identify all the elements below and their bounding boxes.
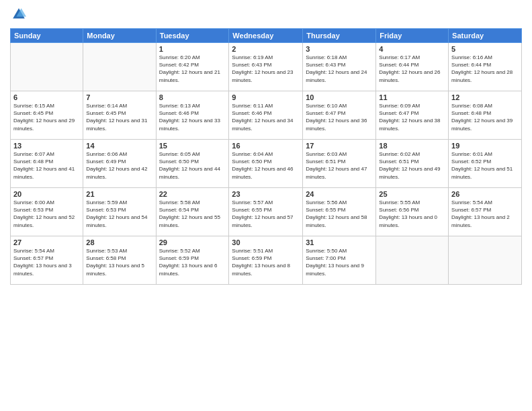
calendar-week-row: 1Sunrise: 6:20 AMSunset: 6:42 PMDaylight… — [11, 43, 522, 91]
calendar-cell: 18Sunrise: 6:02 AMSunset: 6:51 PMDayligh… — [376, 140, 449, 188]
calendar-cell: 15Sunrise: 6:05 AMSunset: 6:50 PMDayligh… — [156, 140, 229, 188]
weekday-header: Friday — [376, 29, 449, 43]
calendar-cell — [449, 236, 522, 285]
day-info: Sunrise: 6:05 AMSunset: 6:50 PMDaylight:… — [159, 150, 226, 181]
weekday-header: Saturday — [449, 29, 522, 43]
calendar-week-row: 27Sunrise: 5:54 AMSunset: 6:57 PMDayligh… — [11, 236, 522, 285]
calendar-cell: 24Sunrise: 5:56 AMSunset: 6:55 PMDayligh… — [303, 188, 376, 236]
calendar-cell: 31Sunrise: 5:50 AMSunset: 7:00 PMDayligh… — [303, 236, 376, 285]
day-info: Sunrise: 6:10 AMSunset: 6:47 PMDaylight:… — [306, 102, 373, 132]
day-number: 15 — [159, 142, 226, 150]
day-number: 14 — [86, 142, 152, 150]
logo — [10, 7, 26, 24]
day-info: Sunrise: 5:50 AMSunset: 7:00 PMDaylight:… — [306, 247, 373, 277]
day-info: Sunrise: 6:02 AMSunset: 6:51 PMDaylight:… — [379, 150, 445, 181]
weekday-header: Monday — [83, 29, 156, 43]
day-info: Sunrise: 6:03 AMSunset: 6:51 PMDaylight:… — [306, 150, 373, 181]
calendar-cell: 28Sunrise: 5:53 AMSunset: 6:58 PMDayligh… — [83, 236, 156, 285]
day-info: Sunrise: 5:52 AMSunset: 6:59 PMDaylight:… — [159, 247, 226, 277]
calendar-cell: 13Sunrise: 6:07 AMSunset: 6:48 PMDayligh… — [11, 140, 83, 188]
calendar-cell: 23Sunrise: 5:57 AMSunset: 6:55 PMDayligh… — [229, 188, 303, 236]
day-info: Sunrise: 6:01 AMSunset: 6:52 PMDaylight:… — [451, 150, 519, 181]
day-info: Sunrise: 6:19 AMSunset: 6:43 PMDaylight:… — [232, 54, 300, 84]
calendar-cell: 27Sunrise: 5:54 AMSunset: 6:57 PMDayligh… — [11, 236, 83, 285]
day-number: 7 — [86, 93, 152, 101]
day-number: 5 — [451, 45, 519, 53]
calendar-table: SundayMondayTuesdayWednesdayThursdayFrid… — [10, 28, 522, 285]
day-info: Sunrise: 6:17 AMSunset: 6:44 PMDaylight:… — [379, 54, 445, 84]
day-info: Sunrise: 6:11 AMSunset: 6:46 PMDaylight:… — [232, 102, 300, 132]
calendar-cell: 26Sunrise: 5:54 AMSunset: 6:57 PMDayligh… — [449, 188, 522, 236]
calendar-cell: 25Sunrise: 5:55 AMSunset: 6:56 PMDayligh… — [376, 188, 449, 236]
day-info: Sunrise: 6:06 AMSunset: 6:49 PMDaylight:… — [86, 150, 152, 181]
calendar-cell — [11, 43, 83, 91]
calendar-cell: 20Sunrise: 6:00 AMSunset: 6:53 PMDayligh… — [11, 188, 83, 236]
day-number: 17 — [306, 142, 373, 150]
weekday-header: Sunday — [11, 29, 83, 43]
day-info: Sunrise: 6:07 AMSunset: 6:48 PMDaylight:… — [13, 150, 80, 181]
day-number: 22 — [159, 190, 226, 198]
calendar-week-row: 20Sunrise: 6:00 AMSunset: 6:53 PMDayligh… — [11, 188, 522, 236]
day-info: Sunrise: 5:51 AMSunset: 6:59 PMDaylight:… — [232, 247, 300, 277]
weekday-header: Wednesday — [229, 29, 303, 43]
day-info: Sunrise: 6:04 AMSunset: 6:50 PMDaylight:… — [232, 150, 300, 181]
day-number: 11 — [379, 93, 445, 101]
calendar-cell: 1Sunrise: 6:20 AMSunset: 6:42 PMDaylight… — [156, 43, 229, 91]
day-number: 27 — [13, 238, 80, 246]
day-info: Sunrise: 6:15 AMSunset: 6:45 PMDaylight:… — [13, 102, 80, 132]
day-info: Sunrise: 5:56 AMSunset: 6:55 PMDaylight:… — [306, 199, 373, 229]
calendar-cell: 11Sunrise: 6:09 AMSunset: 6:47 PMDayligh… — [376, 91, 449, 140]
day-info: Sunrise: 5:53 AMSunset: 6:58 PMDaylight:… — [86, 247, 152, 277]
weekday-header-row: SundayMondayTuesdayWednesdayThursdayFrid… — [11, 29, 522, 43]
day-info: Sunrise: 6:09 AMSunset: 6:47 PMDaylight:… — [379, 102, 445, 132]
calendar-cell — [83, 43, 156, 91]
day-number: 2 — [232, 45, 300, 53]
day-number: 8 — [159, 93, 226, 101]
day-info: Sunrise: 6:18 AMSunset: 6:43 PMDaylight:… — [306, 54, 373, 84]
day-number: 16 — [232, 142, 300, 150]
calendar-cell: 6Sunrise: 6:15 AMSunset: 6:45 PMDaylight… — [11, 91, 83, 140]
day-number: 6 — [13, 93, 80, 101]
calendar-cell: 9Sunrise: 6:11 AMSunset: 6:46 PMDaylight… — [229, 91, 303, 140]
day-number: 4 — [379, 45, 445, 53]
day-info: Sunrise: 5:58 AMSunset: 6:54 PMDaylight:… — [159, 199, 226, 229]
day-number: 3 — [306, 45, 373, 53]
day-info: Sunrise: 5:55 AMSunset: 6:56 PMDaylight:… — [379, 199, 445, 229]
calendar-cell: 30Sunrise: 5:51 AMSunset: 6:59 PMDayligh… — [229, 236, 303, 285]
day-info: Sunrise: 5:57 AMSunset: 6:55 PMDaylight:… — [232, 199, 300, 229]
day-number: 13 — [13, 142, 80, 150]
day-info: Sunrise: 5:54 AMSunset: 6:57 PMDaylight:… — [13, 247, 80, 277]
logo-icon — [11, 7, 26, 21]
day-number: 24 — [306, 190, 373, 198]
day-number: 23 — [232, 190, 300, 198]
calendar-cell: 8Sunrise: 6:13 AMSunset: 6:46 PMDaylight… — [156, 91, 229, 140]
weekday-header: Thursday — [303, 29, 376, 43]
day-number: 12 — [451, 93, 519, 101]
calendar-week-row: 6Sunrise: 6:15 AMSunset: 6:45 PMDaylight… — [11, 91, 522, 140]
calendar-cell: 14Sunrise: 6:06 AMSunset: 6:49 PMDayligh… — [83, 140, 156, 188]
day-info: Sunrise: 6:16 AMSunset: 6:44 PMDaylight:… — [451, 54, 519, 84]
calendar-cell: 29Sunrise: 5:52 AMSunset: 6:59 PMDayligh… — [156, 236, 229, 285]
calendar-cell — [376, 236, 449, 285]
calendar-cell: 2Sunrise: 6:19 AMSunset: 6:43 PMDaylight… — [229, 43, 303, 91]
day-number: 9 — [232, 93, 300, 101]
calendar-cell: 7Sunrise: 6:14 AMSunset: 6:45 PMDaylight… — [83, 91, 156, 140]
day-number: 28 — [86, 238, 152, 246]
day-number: 10 — [306, 93, 373, 101]
day-number: 21 — [86, 190, 152, 198]
calendar-cell: 3Sunrise: 6:18 AMSunset: 6:43 PMDaylight… — [303, 43, 376, 91]
day-number: 1 — [159, 45, 226, 53]
day-number: 18 — [379, 142, 445, 150]
day-number: 30 — [232, 238, 300, 246]
calendar-cell: 17Sunrise: 6:03 AMSunset: 6:51 PMDayligh… — [303, 140, 376, 188]
day-info: Sunrise: 6:14 AMSunset: 6:45 PMDaylight:… — [86, 102, 152, 132]
day-info: Sunrise: 6:20 AMSunset: 6:42 PMDaylight:… — [159, 54, 226, 84]
calendar-cell: 21Sunrise: 5:59 AMSunset: 6:53 PMDayligh… — [83, 188, 156, 236]
day-number: 19 — [451, 142, 519, 150]
day-number: 26 — [451, 190, 519, 198]
day-number: 31 — [306, 238, 373, 246]
calendar-cell: 10Sunrise: 6:10 AMSunset: 6:47 PMDayligh… — [303, 91, 376, 140]
day-info: Sunrise: 6:08 AMSunset: 6:48 PMDaylight:… — [451, 102, 519, 132]
weekday-header: Tuesday — [156, 29, 229, 43]
calendar-cell: 19Sunrise: 6:01 AMSunset: 6:52 PMDayligh… — [449, 140, 522, 188]
